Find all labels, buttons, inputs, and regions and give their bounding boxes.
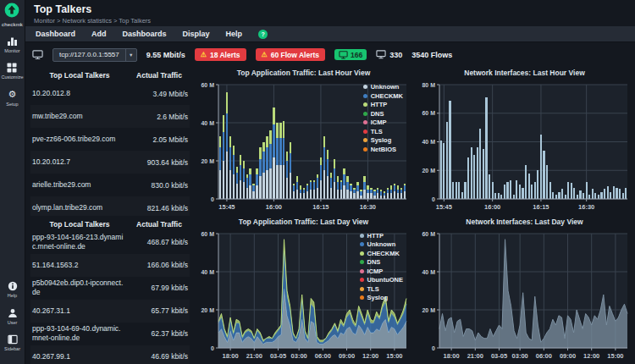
active-hosts-badge[interactable]: 166 <box>334 49 367 60</box>
table-header-row: Top Local TalkersActual Traffic <box>30 217 190 231</box>
menu-add[interactable]: Add <box>91 30 107 38</box>
svg-text:40 M: 40 M <box>422 139 435 145</box>
svg-text:21:00: 21:00 <box>246 352 262 360</box>
legend-item: HTTP <box>363 101 403 108</box>
legend-label: ICMP <box>371 119 387 126</box>
inline-help-icon[interactable]: ? <box>258 30 268 39</box>
legend-item: Syslog <box>360 294 403 301</box>
menu-help[interactable]: Help <box>226 30 243 38</box>
bar-chart-icon <box>7 36 18 47</box>
svg-text:16:15: 16:15 <box>312 203 329 211</box>
host-link[interactable]: ppp-93-104-166-213.dynamic.mnet-online.d… <box>32 233 129 251</box>
sidebar-item-monitor[interactable]: Monitor <box>2 36 24 53</box>
rail-nav-bottom: HelpUserSidebar <box>4 281 20 361</box>
sidebar-item-help[interactable]: Help <box>8 281 18 299</box>
svg-text:21:00: 21:00 <box>467 352 483 360</box>
svg-text:18:00: 18:00 <box>223 352 239 360</box>
legend-item: DNS <box>363 110 403 118</box>
svg-text:15:00: 15:00 <box>386 352 402 360</box>
legend-color-dot <box>363 120 367 124</box>
legend-color-dot <box>363 85 367 89</box>
gear-icon: ⚙ <box>8 89 17 100</box>
breadcrumb[interactable]: Monitor > Network statistics > Top Talke… <box>34 17 627 25</box>
menu-dashboard[interactable]: Dashboard <box>36 30 75 38</box>
warning-icon: ⚠ <box>201 52 207 58</box>
legend-label: Syslog <box>367 294 389 301</box>
svg-text:03:00: 03:00 <box>291 352 307 360</box>
alerts-badge[interactable]: ⚠ 18 Alerts <box>195 48 246 61</box>
flow-alerts-badge-label: 60 Flow Alerts <box>271 51 319 59</box>
svg-text:03:00: 03:00 <box>512 352 528 360</box>
warning-icon: ⚠ <box>262 52 268 58</box>
host-link[interactable]: pve-zz66-006.tribe29.com <box>32 135 129 144</box>
svg-text:40 M: 40 M <box>201 268 214 274</box>
svg-text:60 M: 60 M <box>422 230 435 236</box>
host-link[interactable]: arielle.tribe29.com <box>32 180 129 190</box>
svg-text:15:00: 15:00 <box>607 352 623 360</box>
source-select[interactable]: tcp://127.0.0.1:5557 ▼ <box>52 48 137 62</box>
legend-item: Syslog <box>363 136 403 144</box>
legend-item: Unknown <box>363 83 403 91</box>
svg-text:09:00: 09:00 <box>339 352 355 360</box>
active-hosts-value: 166 <box>351 51 362 59</box>
svg-text:12:00: 12:00 <box>583 352 599 360</box>
flow-alerts-badge[interactable]: ⚠ 60 Flow Alerts <box>256 48 326 61</box>
menu-display[interactable]: Display <box>183 30 210 38</box>
table-row: 10.20.012.7903.64 kbit/s <box>30 151 190 174</box>
host-link[interactable]: p5b0942eb.dip0.t-ipconnect.de <box>32 279 129 296</box>
chart-canvas: 020 M40 M60 M18:0021:0003-0503:0006:0009… <box>414 229 632 361</box>
svg-text:60 M: 60 M <box>422 110 435 116</box>
host-link[interactable]: 40.267.99.1 <box>32 352 129 361</box>
legend-item: CHECKMK <box>360 250 403 257</box>
svg-text:03-05: 03-05 <box>270 352 286 360</box>
legend-item: ICMP <box>360 267 403 275</box>
chart-interfaces-day: Network Interfaces: Last Day View020 M40… <box>414 216 635 364</box>
sidebar-item-customize[interactable]: Customize <box>2 63 24 80</box>
app-root: checkmk MonitorCustomize⚙Setup HelpUserS… <box>0 0 635 364</box>
top-talkers-table-1: Top Local TalkersActual Traffic10.20.012… <box>25 67 193 216</box>
host-link[interactable]: 10.20.012.7 <box>32 157 129 167</box>
table-header-traffic: Actual Traffic <box>129 220 190 229</box>
table-row: pve-zz66-006.tribe29.com2.05 Mbit/s <box>30 128 190 151</box>
toolbar: tcp://127.0.0.1:5557 ▼ 9.55 Mbit/s ⚠ 18 … <box>25 42 635 67</box>
traffic-value: 67.99 kbit/s <box>129 284 188 292</box>
host-link[interactable]: ppp-93-104-69-40.dynamic.mnet-online.de <box>32 324 129 342</box>
sidebar-item-setup[interactable]: ⚙Setup <box>2 89 24 107</box>
host-link[interactable]: 51.164.1563.2 <box>32 261 129 270</box>
rail-nav-top: MonitorCustomize⚙Setup <box>2 36 24 116</box>
legend-color-dot <box>360 287 364 291</box>
host-link[interactable]: olymp.lan.tribe29.com <box>32 203 129 212</box>
traffic-value: 46.69 kbit/s <box>129 352 188 361</box>
host-link[interactable]: mw.tribe29.com <box>32 112 129 121</box>
legend-color-dot <box>360 269 364 273</box>
svg-text:20 M: 20 M <box>422 168 435 174</box>
grid-icon <box>7 63 17 74</box>
svg-text:20 M: 20 M <box>201 306 214 312</box>
sidebar-item-user[interactable]: User <box>8 307 18 325</box>
checkmk-logo[interactable]: checkmk <box>2 3 23 27</box>
menu-dashboards[interactable]: Dashboards <box>123 30 167 38</box>
table-row: p5b0942eb.dip0.t-ipconnect.de67.99 kbit/… <box>30 277 190 300</box>
table-row: ppp-93-104-69-40.dynamic.mnet-online.de6… <box>30 323 190 345</box>
svg-text:16:30: 16:30 <box>360 203 376 211</box>
legend-color-dot <box>363 130 367 134</box>
svg-text:15:45: 15:45 <box>436 203 452 211</box>
legend-color-dot <box>363 147 367 152</box>
total-hosts-stat: 330 <box>376 50 402 59</box>
svg-text:06:00: 06:00 <box>315 352 331 360</box>
sidebar-item-label: Customize <box>2 74 24 80</box>
user-icon <box>8 307 18 318</box>
host-link[interactable]: 40.267.31.1 <box>32 306 129 316</box>
sidebar-item-label: Monitor <box>4 48 19 53</box>
flows-value: 3540 Flows <box>411 51 452 59</box>
svg-text:40 M: 40 M <box>201 120 214 126</box>
table-row: ppp-93-104-166-213.dynamic.mnet-online.d… <box>30 231 190 254</box>
total-hosts-value: 330 <box>389 51 402 59</box>
svg-text:16:30: 16:30 <box>578 203 594 211</box>
table-row: 51.164.1563.2166.06 kbit/s <box>30 254 190 277</box>
svg-text:0: 0 <box>211 196 214 202</box>
legend-label: CHECKMK <box>371 92 403 100</box>
host-link[interactable]: 10.20.012.8 <box>32 89 129 98</box>
monitor-icon <box>376 50 386 59</box>
sidebar-item-sidebar[interactable]: Sidebar <box>4 334 20 352</box>
